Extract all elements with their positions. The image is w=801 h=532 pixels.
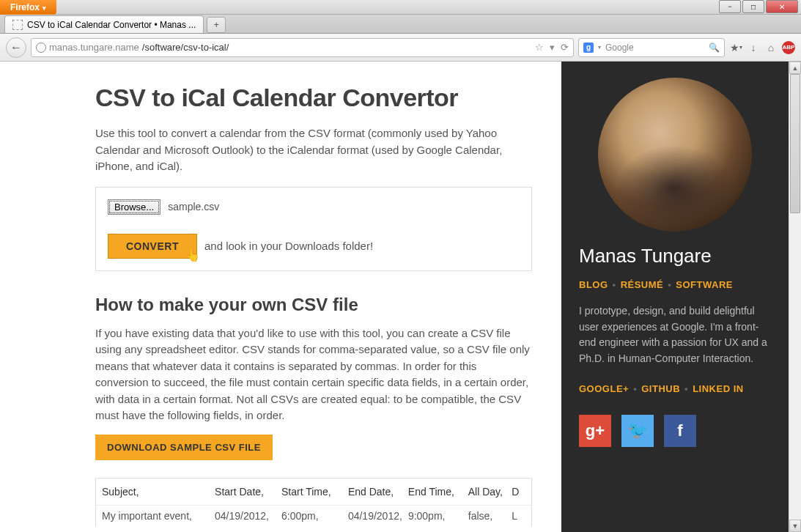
bookmark-star-icon[interactable]: ☆ <box>535 42 544 53</box>
facebook-icon[interactable]: f <box>664 415 696 447</box>
link-linkedin[interactable]: LINKED IN <box>693 383 744 394</box>
sidebar-nav: BLOG•RÉSUMÉ•SOFTWARE <box>579 279 771 290</box>
scrollbar[interactable]: ▲ ▼ <box>789 62 801 532</box>
twitter-icon[interactable]: 🐦 <box>621 415 654 447</box>
favicon-icon <box>12 20 23 30</box>
downloads-button[interactable]: ↓ <box>747 41 760 54</box>
search-bar[interactable]: g ▾ Google 🔍 <box>578 38 725 57</box>
googleplus-icon[interactable]: g+ <box>579 415 611 447</box>
browse-button[interactable]: Browse... <box>108 199 160 215</box>
sidebar: Manas Tungare BLOG•RÉSUMÉ•SOFTWARE I pro… <box>561 62 789 532</box>
nav-toolbar: ← manas.tungare.name/software/csv-to-ica… <box>0 34 801 62</box>
intro-text: Use this tool to convert a calendar from… <box>95 125 532 175</box>
url-host: manas.tungare.name <box>49 42 139 53</box>
author-name: Manas Tungare <box>579 245 771 267</box>
globe-icon <box>36 43 46 53</box>
bookmark-dropdown-button[interactable]: ★▾ <box>729 41 742 54</box>
scroll-up-button[interactable]: ▲ <box>789 62 801 74</box>
main-content: CSV to iCal Calendar Convertor Use this … <box>0 62 561 532</box>
window-titlebar: Firefox － □ ✕ <box>0 0 801 15</box>
window-minimize-button[interactable]: － <box>719 0 741 13</box>
csv-sample-table: Subject, Start Date, Start Time, End Dat… <box>95 478 532 526</box>
bio-text: I prototype, design, and build delightfu… <box>579 303 771 367</box>
avatar <box>598 78 752 232</box>
tab-title: CSV to iCal Calendar Convertor • Manas .… <box>27 20 196 30</box>
download-sample-button[interactable]: DOWNLOAD SAMPLE CSV FILE <box>95 435 273 460</box>
selected-file-name: sample.csv <box>168 201 219 213</box>
google-icon: g <box>583 43 594 53</box>
url-dropdown-icon[interactable]: ▾ <box>550 42 555 53</box>
search-icon[interactable]: 🔍 <box>709 43 720 53</box>
scroll-thumb[interactable] <box>790 74 800 213</box>
scroll-down-button[interactable]: ▼ <box>789 520 801 532</box>
back-button[interactable]: ← <box>6 37 26 58</box>
link-googleplus[interactable]: GOOGLE+ <box>579 383 629 394</box>
home-button[interactable]: ⌂ <box>764 41 778 54</box>
link-blog[interactable]: BLOG <box>579 279 608 290</box>
firefox-menu-button[interactable]: Firefox <box>0 0 56 15</box>
reload-icon[interactable]: ⟳ <box>561 42 569 53</box>
page-title: CSV to iCal Calendar Convertor <box>95 84 532 112</box>
search-placeholder: Google <box>605 43 634 53</box>
sidebar-social-nav: GOOGLE+•GITHUB•LINKED IN <box>579 383 771 394</box>
window-maximize-button[interactable]: □ <box>742 0 764 13</box>
convert-button[interactable]: CONVERT <box>108 234 197 259</box>
convert-box: Browse... sample.csv CONVERT and look in… <box>95 187 532 271</box>
url-path: /software/csv-to-ical/ <box>142 42 229 53</box>
new-tab-button[interactable]: + <box>207 17 226 33</box>
tabs-bar: CSV to iCal Calendar Convertor • Manas .… <box>0 15 801 34</box>
link-software[interactable]: SOFTWARE <box>676 279 733 290</box>
table-row: My important event, 04/19/2012, 6:00pm, … <box>96 505 531 526</box>
url-bar[interactable]: manas.tungare.name/software/csv-to-ical/… <box>31 38 574 57</box>
link-github[interactable]: GITHUB <box>641 383 680 394</box>
browser-tab-active[interactable]: CSV to iCal Calendar Convertor • Manas .… <box>4 15 204 33</box>
link-resume[interactable]: RÉSUMÉ <box>621 279 664 290</box>
adblock-icon[interactable]: ABP <box>782 41 795 54</box>
window-close-button[interactable]: ✕ <box>766 0 798 13</box>
convert-hint: and look in your Downloads folder! <box>204 240 373 252</box>
table-header-row: Subject, Start Date, Start Time, End Dat… <box>96 479 531 505</box>
howto-body: If you have existing data that you'd lik… <box>95 325 532 424</box>
howto-heading: How to make your own CSV file <box>95 295 532 315</box>
